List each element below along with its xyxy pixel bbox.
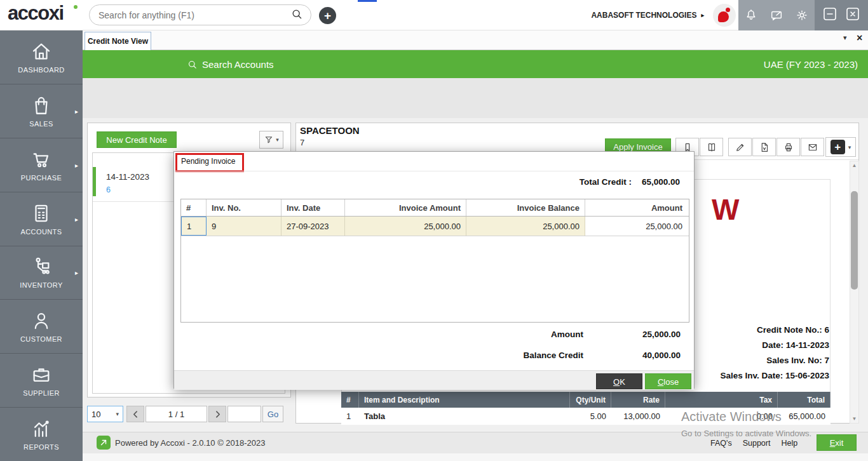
pending-invoice-table: # Inv. No. Inv. Date Invoice Amount Invo… [180,199,689,323]
print-button[interactable] [776,138,800,156]
col-tax: Tax [665,392,778,408]
fiscal-year-label: UAE (FY 2023 - 2023) [764,50,858,78]
chevron-right-icon: ▸ [75,215,78,222]
sidebar-label: PURCHASE [21,174,62,182]
total-credit-label: Total Credit : [580,177,632,187]
filter-button[interactable]: ▾ [259,131,283,149]
quick-add-button[interactable]: + [319,7,336,24]
edit-button[interactable] [728,138,752,156]
credit-note-number: 7 [300,138,304,147]
col-inv-no: Inv. No. [207,199,281,216]
customer-name: SPACETOON [300,125,360,136]
col-rate: Rate [611,392,665,408]
total-credit-value: 65,000.00 [642,177,680,187]
list-item-number[interactable]: 6 [106,185,111,194]
tab-list-caret-icon[interactable]: ▾ [843,34,847,42]
go-button[interactable]: Go [262,406,283,422]
journal-button[interactable] [700,138,723,156]
printer-icon [783,142,794,153]
global-search[interactable] [89,4,311,25]
top-accent-mark [358,0,377,2]
pending-table-header: # Inv. No. Inv. Date Invoice Amount Invo… [181,199,689,217]
faq-link[interactable]: FAQ's [710,439,732,448]
settings-gear-icon[interactable] [790,0,813,30]
activate-windows-watermark: Activate Windows [681,410,782,424]
avatar[interactable] [713,4,736,27]
scroll-down-icon[interactable]: ▼ [850,416,858,422]
page-indicator: 1 / 1 [146,406,207,422]
sidebar-item-accounts[interactable]: ACCOUNTS ▸ [0,192,83,246]
sidebar-label: SUPPLIER [23,389,60,397]
email-button[interactable] [801,138,824,156]
footer-links: FAQ's Support Help [710,439,797,448]
filter-caret-icon: ▾ [276,137,279,143]
select-caret-icon: ▾ [116,411,119,417]
sidebar-item-reports[interactable]: REPORTS [0,408,83,461]
chevron-right-icon: ▸ [75,107,78,114]
tab-close-icon[interactable]: × [857,32,862,44]
global-search-input[interactable] [97,10,290,21]
balance-credit-value: 40,000.00 [587,351,681,360]
list-item-date[interactable]: 14-11-2023 [106,172,149,182]
sidebar-item-supplier[interactable]: SUPPLIER [0,354,83,408]
preview-scrollbar[interactable]: ▲ ▼ [850,161,859,424]
messages-icon[interactable] [765,0,788,30]
new-credit-note-button[interactable]: New Credit Note [97,131,177,148]
sidebar-item-dashboard[interactable]: DASHBOARD [0,30,83,84]
chevron-right-icon: ▸ [75,161,78,168]
ok-button[interactable]: OK [596,373,642,389]
top-bar: accoxi + AABASOFT TECHNOLOGIES ▸ [0,0,868,30]
accoxi-logo: accoxi [8,2,64,25]
sidebar-item-customer[interactable]: CUSTOMER [0,300,83,354]
pdf-file-icon [759,142,770,153]
more-actions-button[interactable]: + ▾ [825,137,856,157]
prev-page-button[interactable] [126,406,144,422]
powered-by-label: Powered by Accoxi - 2.0.10 © 2018-2023 [115,438,266,448]
pending-invoice-row[interactable]: 1 9 27-09-2023 25,000.00 25,000.00 25,00… [181,217,689,236]
organization-menu[interactable]: AABASOFT TECHNOLOGIES ▸ [559,0,704,30]
amount-label: Amount [482,330,583,339]
sidebar-label: CUSTOMER [20,335,62,343]
page-size-value: 10 [92,410,100,419]
customer-logo: W [712,192,737,227]
pencil-icon [735,142,746,153]
items-header-row: # Item and Description Qty/Unit Rate Tax… [341,392,831,408]
topbar-icon-group [738,0,815,30]
close-icon[interactable] [845,6,860,24]
help-link[interactable]: Help [781,439,797,448]
col-hash: # [181,199,207,216]
page-header: Credit Note View [83,78,868,118]
window-controls [815,0,868,30]
goto-page-input[interactable] [227,406,261,422]
col-total: Total [778,392,831,408]
amount-value: 25,000.00 [587,330,681,339]
notifications-icon[interactable] [740,0,763,30]
page-size-select[interactable]: 10 ▾ [87,406,123,422]
chevron-left-icon [132,410,140,418]
filter-funnel-icon [264,135,274,145]
modal-title-divider [174,171,694,171]
envelope-icon [807,142,818,153]
scroll-up-icon[interactable]: ▲ [850,163,858,168]
sidebar-label: DASHBOARD [18,66,64,74]
close-button[interactable]: Close [645,373,691,389]
support-link[interactable]: Support [743,439,771,448]
col-inv-date: Inv. Date [281,199,345,216]
sidebar-item-sales[interactable]: SALES ▸ [0,84,83,138]
search-icon[interactable] [290,8,303,23]
col-item: Item and Description [359,392,570,408]
next-page-button[interactable] [208,406,226,422]
sidebar-item-inventory[interactable]: INVENTORY ▸ [0,246,83,300]
sidebar-nav: DASHBOARD SALES ▸ PURCHASE ▸ ACCOUNTS ▸ … [0,30,83,461]
search-accounts-label: Search Accounts [202,59,274,70]
sidebar-label: SALES [29,120,53,128]
exit-button[interactable]: Exit [817,434,857,451]
scrollbar-thumb[interactable] [851,191,858,290]
pdf-button[interactable] [752,138,776,156]
col-hash: # [341,392,359,408]
sidebar-item-purchase[interactable]: PURCHASE ▸ [0,138,83,192]
col-amount: Amount [585,199,688,216]
search-accounts-button[interactable]: Search Accounts [187,50,274,78]
tab-credit-note-view[interactable]: Credit Note View [85,32,151,50]
minimize-icon[interactable] [822,6,837,24]
